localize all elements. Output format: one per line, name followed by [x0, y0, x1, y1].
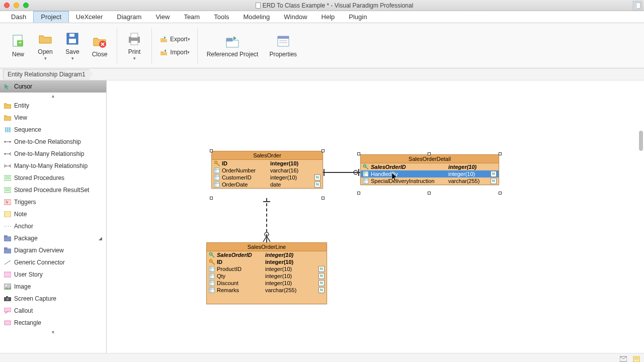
- palette-item-package[interactable]: Package◢: [0, 232, 106, 244]
- menu-help[interactable]: Help: [314, 11, 342, 23]
- entity-column[interactable]: Remarksvarchar(255)N: [207, 287, 327, 294]
- note-icon: [4, 211, 11, 217]
- entity-column[interactable]: SalesOrderIDinteger(10): [207, 251, 327, 258]
- palette-item-label: Stored Procedure ResultSet: [14, 187, 89, 194]
- cap-icon: [4, 296, 11, 302]
- entity-column[interactable]: IDinteger(10): [212, 160, 323, 167]
- referenced-project-button[interactable]: Referenced Project: [202, 31, 264, 60]
- palette-item-generic-connector[interactable]: Generic Connector: [0, 256, 106, 268]
- cardinality-zeroone-icon: [353, 168, 360, 176]
- print-button[interactable]: Print▾: [121, 29, 147, 63]
- chevron-down-icon: ▾: [71, 56, 74, 61]
- menu-diagram[interactable]: Diagram: [110, 11, 148, 23]
- column-name: HandledBy: [371, 171, 446, 177]
- svg-rect-77: [209, 288, 214, 293]
- mail-icon[interactable]: [620, 355, 627, 361]
- palette-item-callout[interactable]: Callout: [0, 305, 106, 317]
- main-area: Cursor ▲ EntityViewSequenceOne-to-One Re…: [0, 80, 644, 353]
- palette-item-user-story[interactable]: User Story: [0, 268, 106, 281]
- new-button[interactable]: +New: [5, 31, 31, 60]
- menu-dash[interactable]: Dash: [4, 11, 33, 23]
- properties-button[interactable]: Properties: [264, 31, 302, 60]
- entity-title: SalesOrder: [212, 151, 323, 160]
- palette-item-anchor[interactable]: Anchor: [0, 220, 106, 232]
- menu-modeling[interactable]: Modeling: [236, 11, 277, 23]
- entity-column[interactable]: IDinteger(10): [207, 258, 327, 265]
- menu-window[interactable]: Window: [277, 11, 314, 23]
- resize-handle[interactable]: [357, 152, 360, 155]
- close-window-icon[interactable]: [4, 3, 10, 8]
- entity-column[interactable]: OrderNumbervarchar(16): [212, 167, 323, 174]
- palette-item-stored-procedures[interactable]: Stored Procedures: [0, 172, 106, 184]
- menu-team[interactable]: Team: [177, 11, 207, 23]
- close-button[interactable]: Close: [87, 31, 113, 60]
- breadcrumb-item[interactable]: Entity Relationship Diagram1: [3, 69, 93, 79]
- entity-column[interactable]: Qtyinteger(10)N: [207, 273, 327, 280]
- entity-column[interactable]: HandledByinteger(10)N: [361, 170, 499, 177]
- palette-scroll-up[interactable]: ▲: [0, 93, 106, 100]
- svg-point-22: [5, 141, 6, 143]
- cardinality-one-icon: [263, 197, 271, 206]
- svg-rect-17: [634, 3, 637, 9]
- column-type-icon: [214, 160, 220, 166]
- svg-rect-56: [214, 182, 219, 187]
- resize-handle[interactable]: [499, 192, 502, 195]
- document-icon: [256, 3, 261, 9]
- entity-salesorderline[interactable]: SalesOrderLine SalesOrderIDinteger(10)ID…: [206, 242, 327, 304]
- tool-palette: Cursor ▲ EntityViewSequenceOne-to-One Re…: [0, 80, 107, 353]
- note-status-icon[interactable]: [633, 355, 640, 361]
- palette-item-entity[interactable]: Entity: [0, 100, 106, 112]
- palette-scroll-down[interactable]: ▼: [0, 329, 106, 336]
- resize-handle[interactable]: [428, 192, 431, 195]
- svg-rect-60: [363, 171, 368, 176]
- palette-item-rectangle[interactable]: Rectangle: [0, 317, 106, 329]
- save-button[interactable]: Save▾: [59, 29, 86, 63]
- entity-column[interactable]: SalesOrderIDinteger(10): [361, 163, 499, 170]
- minimize-window-icon[interactable]: [14, 3, 19, 8]
- palette-item-image[interactable]: Image: [0, 281, 106, 293]
- menu-view[interactable]: View: [148, 11, 177, 23]
- entity-column[interactable]: CustomerIDinteger(10)N: [212, 174, 323, 181]
- palette-item-note[interactable]: Note: [0, 208, 106, 220]
- palette-cursor[interactable]: Cursor: [0, 80, 106, 93]
- resize-handle[interactable]: [210, 197, 213, 200]
- menu-plugin[interactable]: Plugin: [342, 11, 374, 23]
- cardinality-many-icon: [262, 231, 271, 244]
- open-button[interactable]: Open▾: [32, 29, 58, 63]
- export-button[interactable]: Export ▾: [156, 34, 193, 45]
- palette-item-triggers[interactable]: Triggers: [0, 196, 106, 208]
- palette-item-sequence[interactable]: Sequence: [0, 124, 106, 136]
- import-button[interactable]: Import ▾: [156, 47, 193, 58]
- entity-title: SalesOrderDetail: [361, 155, 499, 163]
- resize-handle[interactable]: [321, 149, 325, 152]
- mouse-cursor-icon: [391, 172, 398, 184]
- palette-item-view[interactable]: View: [0, 112, 106, 124]
- diagram-canvas[interactable]: SalesOrder IDinteger(10)OrderNumbervarch…: [107, 80, 644, 353]
- resize-handle[interactable]: [357, 192, 360, 195]
- palette-item-one-to-many-relationship[interactable]: One-to-Many Relationship: [0, 148, 106, 160]
- palette-item-one-to-one-relationship[interactable]: One-to-One Relationship: [0, 136, 106, 148]
- palette-item-label: User Story: [14, 271, 43, 278]
- resize-handle[interactable]: [499, 152, 502, 155]
- zoom-window-icon[interactable]: [23, 3, 29, 8]
- menu-project[interactable]: Project: [33, 11, 68, 23]
- resize-handle[interactable]: [210, 149, 213, 152]
- resize-handle[interactable]: [321, 197, 325, 200]
- scrollbar-thumb[interactable]: [639, 131, 643, 151]
- svg-rect-20: [9, 127, 11, 132]
- entity-column[interactable]: Discountinteger(10)N: [207, 280, 327, 287]
- entity-column[interactable]: SpecialDeliveryInstructionvarchar(255)N: [361, 177, 499, 185]
- menu-uexceler[interactable]: UeXceler: [69, 11, 110, 23]
- entity-salesorder[interactable]: SalesOrder IDinteger(10)OrderNumbervarch…: [211, 151, 323, 189]
- palette-item-many-to-many-relationship[interactable]: Many-to-Many Relationship: [0, 160, 106, 172]
- resize-handle[interactable]: [428, 152, 431, 155]
- palette-item-diagram-overview[interactable]: Diagram Overview: [0, 244, 106, 256]
- entity-column[interactable]: ProductIDinteger(10)N: [207, 265, 327, 273]
- menu-tools[interactable]: Tools: [207, 11, 236, 23]
- view-toggle-icon[interactable]: [633, 1, 642, 10]
- entity-column[interactable]: OrderDatedateN: [212, 181, 323, 188]
- entity-salesorderdetail[interactable]: SalesOrderDetail SalesOrderIDinteger(10)…: [360, 154, 499, 185]
- palette-item-stored-procedure-resultset[interactable]: Stored Procedure ResultSet: [0, 184, 106, 196]
- palette-item-screen-capture[interactable]: Screen Capture: [0, 293, 106, 305]
- column-datatype: integer(10): [265, 266, 316, 272]
